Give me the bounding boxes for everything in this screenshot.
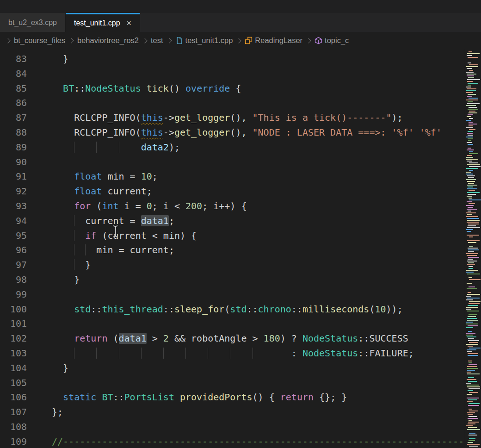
line-content: float current; [52,184,152,199]
line-content: } [52,273,80,287]
line-number: 105 [0,376,27,391]
line-number: 108 [0,420,27,435]
code-line[interactable]: 92 float current; [0,184,465,199]
code-line[interactable]: 85 BT::NodeStatus tick() override { [0,81,465,96]
line-number: 96 [0,243,27,258]
line-content: RCLCPP_INFO(this->get_logger(), "This is… [52,111,403,125]
line-content: for (int i = 0; i < 200; i++) { [52,199,247,214]
line-content: } [52,52,68,67]
line-number: 92 [0,184,27,199]
line-content: //--------------------------------------… [52,435,464,448]
line-number: 93 [0,199,27,214]
code-line[interactable]: 98 } [0,273,465,287]
code-line[interactable]: 105 [0,376,465,391]
editor-pane: 83 }8485 BT::NodeStatus tick() override … [0,49,481,448]
line-number: 106 [0,390,27,405]
line-content: BT::NodeStatus tick() override { [52,81,241,96]
code-line[interactable]: 88 RCLCPP_INFO(this->get_logger(), "NODE… [0,125,465,140]
tab-label: test_unit1.cpp [74,19,120,27]
line-content: } [52,361,68,376]
line-number: 102 [0,331,27,346]
chevron-right-icon [68,38,74,43]
breadcrumb-item-test[interactable]: test [151,36,163,45]
tab-test_unit1-cpp[interactable]: test_unit1.cpp × [66,13,140,32]
mouse-cursor-ibeam [112,225,118,238]
chevron-right-icon [306,38,311,43]
line-number: 88 [0,125,27,140]
breadcrumb-item-ReadingLaser[interactable]: ReadingLaser [245,36,302,45]
code-line[interactable]: 95 if (current < min) { [0,229,465,243]
tab-bar: bt_u2_ex3.cpp test_unit1.cpp × [0,13,481,32]
breadcrumb-item-behaviortree_ros2[interactable]: behaviortree_ros2 [77,36,139,45]
minimap[interactable] [465,49,481,448]
code-line[interactable]: 94 current = data1; [0,214,465,229]
tab-bt_u2_ex3-cpp[interactable]: bt_u2_ex3.cpp [0,13,66,32]
code-line[interactable]: 100 std::this_thread::sleep_for(std::chr… [0,302,465,317]
line-number: 94 [0,214,27,229]
line-number: 86 [0,96,27,111]
code-line[interactable]: 83 } [0,52,465,67]
line-number: 101 [0,317,27,331]
code-line[interactable]: 106 static BT::PortsList providedPorts()… [0,390,465,405]
chevron-right-icon [5,38,10,43]
line-number: 104 [0,361,27,376]
code-line[interactable]: 86 [0,96,465,111]
close-icon[interactable]: × [127,19,132,27]
line-number: 109 [0,435,27,448]
line-content: RCLCPP_INFO(this->get_logger(), "NODE : … [52,125,442,140]
line-number: 95 [0,229,27,243]
code-line[interactable]: 90 [0,155,465,170]
code-line[interactable]: 93 for (int i = 0; i < 200; i++) { [0,199,465,214]
code-line[interactable]: 101 [0,317,465,331]
line-content: static BT::PortsList providedPorts() { r… [52,390,347,405]
code-line[interactable]: 96 min = current; [0,243,465,258]
code-line[interactable]: 97 } [0,258,465,273]
code-line[interactable]: 109//-----------------------------------… [0,435,465,448]
line-number: 107 [0,405,27,420]
line-content: }; [52,405,63,420]
line-number: 97 [0,258,27,273]
code-area[interactable]: 83 }8485 BT::NodeStatus tick() override … [0,49,465,448]
tab-label: bt_u2_ex3.cpp [8,19,57,27]
line-content: return (data1 > 2 && robotAngle > 180) ?… [52,331,408,346]
breadcrumb-item-bt_course_files[interactable]: bt_course_files [14,36,65,45]
line-content: std::this_thread::sleep_for(std::chrono:… [52,302,403,317]
breadcrumb-item-test_unit1.cpp[interactable]: test_unit1.cpp [175,36,233,45]
line-content: if (current < min) { [52,229,197,243]
line-number: 84 [0,67,27,81]
method-icon [314,37,322,44]
code-line[interactable]: 104 } [0,361,465,376]
line-content: data2); [52,140,180,155]
line-content: float min = 10; [52,169,158,184]
line-number: 83 [0,52,27,67]
line-content: min = current; [52,243,174,258]
code-line[interactable]: 87 RCLCPP_INFO(this->get_logger(), "This… [0,111,465,125]
line-number: 89 [0,140,27,155]
chevron-right-icon [236,38,241,43]
class-icon [245,37,253,44]
code-line[interactable]: 91 float min = 10; [0,169,465,184]
code-line[interactable]: 99 [0,287,465,302]
line-number: 90 [0,155,27,170]
code-line[interactable]: 103 : NodeStatus::FAILURE; [0,346,465,361]
line-number: 91 [0,169,27,184]
breadcrumb: bt_course_filesbehaviortree_ros2testtest… [0,32,481,49]
code-line[interactable]: 84 [0,67,465,81]
line-number: 99 [0,287,27,302]
line-number: 103 [0,346,27,361]
code-line[interactable]: 107}; [0,405,465,420]
line-content: : NodeStatus::FAILURE; [52,346,414,361]
breadcrumb-item-topic_c[interactable]: topic_c [314,36,349,45]
line-content: } [52,258,91,273]
code-line[interactable]: 108 [0,420,465,435]
line-number: 87 [0,111,27,125]
code-line[interactable]: 102 return (data1 > 2 && robotAngle > 18… [0,331,465,346]
title-bar [0,0,481,13]
chevron-right-icon [142,38,147,43]
chevron-right-icon [166,38,172,43]
line-number: 100 [0,302,27,317]
code-line[interactable]: 89 data2); [0,140,465,155]
line-number: 98 [0,273,27,287]
cpp-file-icon [175,37,183,44]
line-number: 85 [0,81,27,96]
